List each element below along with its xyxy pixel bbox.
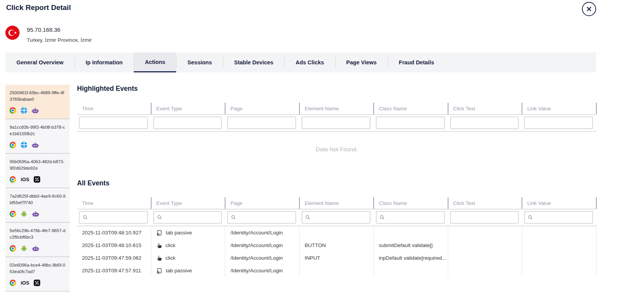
filter-input-element-name[interactable] <box>308 119 367 126</box>
click-text-cell <box>448 252 523 264</box>
session-id: 95b0695a-4063-482d-b873-9f2d629de92e <box>10 159 66 172</box>
black-app-icon <box>34 279 41 286</box>
tab-stable-devices[interactable]: Stable Devices <box>223 52 284 72</box>
column-header-event-type: Event Type <box>151 103 226 114</box>
filter-input-page[interactable] <box>233 119 292 126</box>
event-page-cell: /Identity/Account/Login <box>225 239 300 252</box>
filter-cell-element-name <box>300 211 374 224</box>
filter-input-class-name[interactable] <box>382 119 441 126</box>
bot-icon <box>32 141 39 148</box>
column-header-click-text: Click Text <box>448 103 523 114</box>
turkey-flag-icon <box>5 26 20 40</box>
filter-cell-event-type <box>151 116 226 129</box>
filter-input-time[interactable] <box>90 214 144 221</box>
session-os-icons <box>10 107 66 114</box>
tab-actions[interactable]: Actions <box>134 52 176 72</box>
session-item[interactable]: 9a1cc83b-99f2-4b08-b378-ce1b6155fb2c <box>5 119 70 154</box>
event-page-cell: /Identity/Account/Login <box>225 264 300 277</box>
event-type-label: click <box>166 255 175 261</box>
filter-input-page[interactable] <box>238 214 292 221</box>
event-row: 2025-11-03T09:47:59.062 click/Identity/A… <box>77 252 596 264</box>
session-item[interactable]: 02e6096a-bce4-48bc-8b5f-053ea0fc7ad7iOS <box>5 257 70 291</box>
filter-input-class-name[interactable] <box>387 214 441 221</box>
filter-input-event-type[interactable] <box>164 214 218 221</box>
empty-message: Data Not Found. <box>77 132 596 176</box>
session-id: 5e56c29b-476b-4fe7-9657-dc2f9cbf6bc3 <box>10 228 66 241</box>
session-item[interactable]: 7a2d625f-dbb0-4ae9-9c60-9bf55ef7f740 <box>5 188 70 223</box>
column-header-link-value: Link Value <box>522 103 596 114</box>
events-panel: Highlighted Events TimeEvent TypePageEle… <box>77 85 596 277</box>
tab-passive-icon <box>156 268 162 274</box>
android-icon <box>21 210 28 217</box>
filter-cell-click-text <box>448 116 523 129</box>
search-icon <box>380 215 385 220</box>
filter-input-click-text[interactable] <box>456 214 515 221</box>
filter-input-link-value[interactable] <box>530 119 589 126</box>
filter-cell-link-value <box>522 116 596 129</box>
tab-ip-information[interactable]: Ip Information <box>75 52 134 72</box>
chrome-icon <box>10 107 16 114</box>
tab-page-views[interactable]: Page Views <box>335 52 388 72</box>
page-title: Click Report Detail <box>0 0 644 12</box>
bot-icon <box>32 245 39 252</box>
filter-box-element-name <box>302 211 370 224</box>
tab-fraud-details[interactable]: Fraud Details <box>388 52 445 72</box>
session-os-icons <box>10 245 66 252</box>
column-header-class-name: Class Name <box>374 103 448 114</box>
highlighted-header-row: TimeEvent TypePageElement NameClass Name… <box>77 103 596 115</box>
column-header-page: Page <box>225 197 300 209</box>
chrome-icon <box>10 211 16 217</box>
filter-cell-click-text <box>448 211 523 224</box>
session-list: 2930461f-65bc-4689-9ffe-4f3765babae0 9a1… <box>5 85 70 291</box>
column-header-click-text: Click Text <box>448 197 523 209</box>
filter-box-link-value <box>524 211 593 224</box>
search-icon <box>231 215 236 220</box>
event-type-cell: click <box>151 252 226 264</box>
all-events-table: TimeEvent TypePageElement NameClass Name… <box>77 197 596 277</box>
tab-sessions[interactable]: Sessions <box>176 52 223 72</box>
session-item[interactable]: 95b0695a-4063-482d-b873-9f2d629de92eiOS <box>5 154 70 188</box>
all-events-filter-row <box>77 210 596 226</box>
filter-input-click-text[interactable] <box>456 119 515 126</box>
search-icon <box>83 215 88 220</box>
filter-box-page <box>227 211 296 224</box>
element-name-cell <box>300 226 374 239</box>
session-id: 02e6096a-bce4-48bc-8b5f-053ea0fc7ad7 <box>10 262 66 275</box>
filter-input-element-name[interactable] <box>313 214 367 221</box>
filter-box-click-text <box>450 116 519 129</box>
filter-box-click-text <box>450 211 519 224</box>
filter-cell-event-type <box>151 211 226 224</box>
tab-general-overview[interactable]: General Overview <box>5 52 75 72</box>
filter-box-class-name <box>376 211 445 224</box>
tab-bar: General OverviewIp InformationActionsSes… <box>5 52 596 72</box>
ios-icon: iOS <box>21 176 29 183</box>
filter-cell-page <box>225 116 300 129</box>
session-os-icons: iOS <box>10 176 66 183</box>
filter-input-time[interactable] <box>85 119 144 126</box>
click-text-cell <box>448 239 523 252</box>
windows-icon <box>21 107 27 114</box>
column-header-link-value: Link Value <box>522 197 596 209</box>
event-page-cell: /Identity/Account/Login <box>225 252 300 264</box>
highlighted-events-section: Highlighted Events TimeEvent TypePageEle… <box>77 85 596 176</box>
bot-icon <box>32 210 39 217</box>
filter-input-event-type[interactable] <box>159 119 218 126</box>
session-id: 7a2d625f-dbb0-4ae9-9c60-9bf55ef7f740 <box>10 193 66 206</box>
class-name-cell <box>374 226 448 239</box>
tab-ads-clicks[interactable]: Ads Clicks <box>284 52 335 72</box>
all-events-rows: 2025-11-03T09:48:10.927 tab passive/Iden… <box>77 226 596 277</box>
event-page-cell: /Identity/Account/Login <box>225 226 300 239</box>
close-button[interactable] <box>582 2 596 16</box>
filter-cell-time <box>77 116 151 129</box>
filter-box-class-name <box>376 116 445 129</box>
filter-input-link-value[interactable] <box>535 214 589 221</box>
highlighted-events-table: TimeEvent TypePageElement NameClass Name… <box>77 103 596 176</box>
ip-address: 95.70.168.36 <box>27 26 92 33</box>
click-icon <box>156 255 162 261</box>
session-item[interactable]: 5e56c29b-476b-4fe7-9657-dc2f9cbf6bc3 <box>5 223 70 257</box>
filter-box-event-type <box>153 211 222 224</box>
event-row: 2025-11-03T09:48:10.927 tab passive/Iden… <box>77 226 596 239</box>
session-item[interactable]: 2930461f-65bc-4689-9ffe-4f3765babae0 <box>5 85 70 119</box>
session-os-icons <box>10 210 66 217</box>
search-icon <box>157 215 162 220</box>
